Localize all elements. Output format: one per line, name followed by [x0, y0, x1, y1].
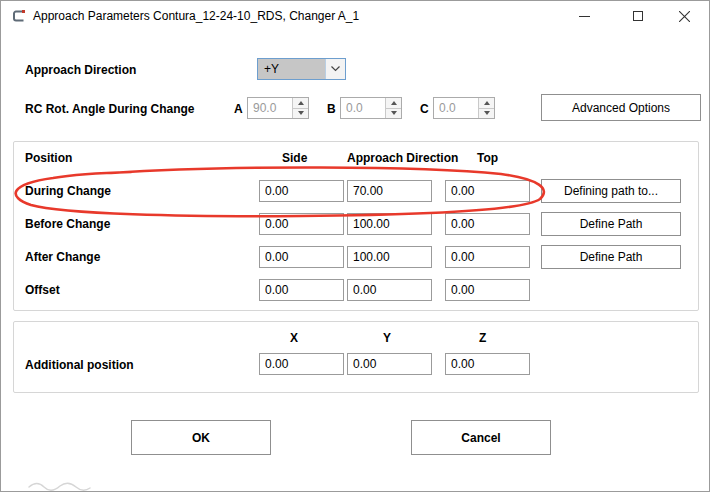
approach-direction-select[interactable]: +Y [257, 58, 346, 80]
before-change-approach-input[interactable] [347, 213, 432, 235]
advanced-options-button[interactable]: Advanced Options [541, 94, 701, 121]
rc-c-spinner[interactable] [433, 97, 495, 119]
column-header-z: Z [479, 331, 486, 345]
rc-rot-angle-label: RC Rot. Angle During Change [25, 102, 195, 116]
dialog-approach-parameters: Approach Parameters Contura_12-24-10_RDS… [0, 0, 710, 492]
close-icon[interactable] [667, 1, 701, 31]
during-change-approach-input[interactable] [347, 180, 432, 202]
title-bar: Approach Parameters Contura_12-24-10_RDS… [1, 1, 709, 31]
additional-x-input[interactable] [259, 353, 344, 375]
column-header-x: X [290, 331, 298, 345]
rc-c-spin-down-icon[interactable] [479, 109, 494, 119]
after-change-top-input[interactable] [445, 246, 530, 268]
approach-direction-label: Approach Direction [25, 63, 136, 77]
row-label-after-change: After Change [25, 250, 100, 264]
maximize-icon[interactable] [621, 1, 655, 31]
additional-z-input[interactable] [445, 353, 530, 375]
before-change-side-input[interactable] [259, 213, 344, 235]
approach-direction-value: +Y [258, 59, 325, 79]
row-label-during-change: During Change [25, 184, 111, 198]
rc-a-spin-up-icon[interactable] [293, 98, 308, 109]
cancel-button[interactable]: Cancel [411, 420, 551, 455]
offset-top-input[interactable] [445, 279, 530, 301]
column-header-top: Top [477, 151, 498, 165]
rc-c-label: C [420, 102, 429, 116]
rc-b-spin-down-icon[interactable] [386, 109, 401, 119]
faint-scribble [29, 483, 90, 490]
additional-y-input[interactable] [347, 353, 432, 375]
row-label-before-change: Before Change [25, 217, 110, 231]
rc-a-spinner[interactable] [247, 97, 309, 119]
after-change-side-input[interactable] [259, 246, 344, 268]
column-header-side: Side [282, 151, 307, 165]
define-path-after-button[interactable]: Define Path [541, 245, 681, 269]
during-change-top-input[interactable] [445, 180, 530, 202]
rc-b-label: B [327, 102, 336, 116]
column-header-approach-direction: Approach Direction [347, 151, 458, 165]
rc-c-input[interactable] [434, 98, 478, 118]
row-label-offset: Offset [25, 283, 60, 297]
minimize-icon[interactable] [567, 1, 601, 31]
offset-approach-input[interactable] [347, 279, 432, 301]
before-change-top-input[interactable] [445, 213, 530, 235]
define-path-before-button[interactable]: Define Path [541, 212, 681, 236]
defining-path-to-button[interactable]: Defining path to... [541, 179, 681, 203]
additional-position-label: Additional position [25, 358, 134, 372]
after-change-approach-input[interactable] [347, 246, 432, 268]
column-header-y: Y [383, 331, 391, 345]
rc-b-spinner[interactable] [340, 97, 402, 119]
offset-side-input[interactable] [259, 279, 344, 301]
during-change-side-input[interactable] [259, 180, 344, 202]
app-icon [11, 8, 27, 24]
chevron-down-icon [325, 59, 345, 79]
rc-b-input[interactable] [341, 98, 385, 118]
rc-c-spin-up-icon[interactable] [479, 98, 494, 109]
rc-a-input[interactable] [248, 98, 292, 118]
ok-button[interactable]: OK [131, 420, 271, 455]
rc-a-spin-down-icon[interactable] [293, 109, 308, 119]
rc-b-spin-up-icon[interactable] [386, 98, 401, 109]
rc-a-label: A [234, 102, 243, 116]
window-title: Approach Parameters Contura_12-24-10_RDS… [33, 1, 359, 31]
position-group-title: Position [25, 151, 72, 165]
